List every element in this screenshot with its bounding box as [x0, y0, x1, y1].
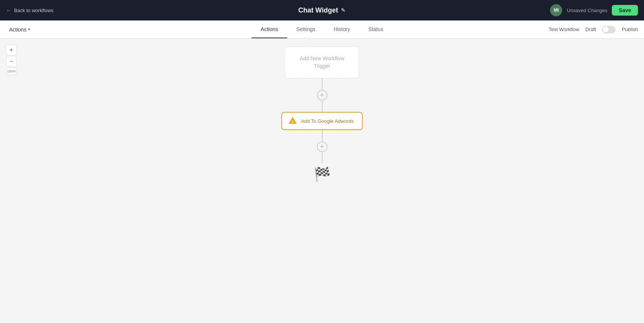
edit-title-icon[interactable]: ✎ — [341, 7, 345, 13]
tab-status[interactable]: Status — [359, 21, 392, 38]
action-node-label: Add To Google Adwords — [301, 118, 354, 124]
action-node-adwords[interactable]: Add To Google Adwords — [281, 112, 363, 130]
tab-actions[interactable]: Actions — [252, 21, 287, 38]
add-step-button-1[interactable]: + — [317, 90, 327, 100]
back-to-workflows[interactable]: ← Back to workflows — [6, 8, 53, 13]
add-step-button-2[interactable]: + — [317, 141, 327, 152]
trigger-node[interactable]: Add New Workflow Trigger — [285, 46, 359, 78]
avatar: MI — [550, 4, 562, 16]
zoom-out-icon: − — [9, 58, 13, 65]
tabs-right: Test Workflow Draft Publish — [549, 26, 638, 33]
zoom-level: 100% — [6, 67, 17, 75]
publish-label: Publish — [622, 27, 638, 32]
plus-icon-1: + — [320, 91, 324, 99]
actions-dropdown-label: Actions — [9, 27, 27, 33]
zoom-in-button[interactable]: + — [6, 45, 17, 55]
unsaved-label: Unsaved Changes — [567, 8, 607, 13]
draft-publish-toggle[interactable] — [602, 26, 616, 33]
trigger-node-text: Add New Workflow Trigger — [300, 55, 344, 69]
connector-line-3 — [322, 130, 322, 141]
workflow-nodes: Add New Workflow Trigger + Add To Google… — [281, 46, 363, 182]
tabs-bar: Actions ▾ Actions Settings History Statu… — [0, 20, 644, 39]
plus-icon-2: + — [320, 143, 324, 151]
test-workflow-button[interactable]: Test Workflow — [549, 27, 580, 32]
save-button[interactable]: Save — [612, 5, 638, 16]
connector-line-1 — [322, 78, 322, 90]
zoom-out-button[interactable]: − — [6, 56, 17, 67]
actions-dropdown[interactable]: Actions ▾ — [6, 25, 33, 34]
zoom-in-icon: + — [9, 47, 13, 53]
tab-history[interactable]: History — [325, 21, 360, 38]
chevron-down-icon: ▾ — [28, 27, 30, 32]
tabs-center: Actions Settings History Status — [252, 21, 392, 38]
workflow-canvas: + − 100% Add New Workflow Trigger + — [0, 39, 644, 323]
tab-settings[interactable]: Settings — [287, 21, 325, 38]
workflow-title: Chat Widget — [299, 6, 338, 14]
back-arrow-icon: ← — [6, 8, 11, 13]
toggle-knob — [603, 27, 609, 33]
connector-line-2 — [322, 100, 322, 112]
connector-line-4 — [322, 152, 322, 163]
finish-flag: 🏁 — [314, 166, 331, 182]
workflow-title-area: Chat Widget ✎ — [299, 6, 346, 14]
adwords-icon — [288, 116, 297, 125]
topbar: ← Back to workflows Chat Widget ✎ MI Uns… — [0, 0, 644, 20]
draft-label: Draft — [585, 27, 596, 32]
back-label: Back to workflows — [14, 8, 53, 13]
zoom-controls: + − 100% — [6, 45, 17, 75]
topbar-right-section: MI Unsaved Changes Save — [550, 4, 638, 16]
